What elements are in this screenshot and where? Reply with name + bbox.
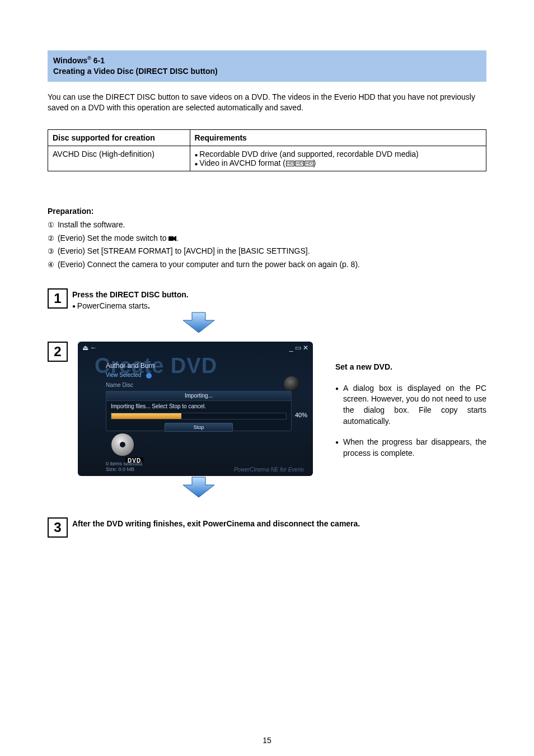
- step-3-content: After the DVD writing finishes, exit Pow…: [72, 519, 360, 528]
- circled-3: ③: [48, 245, 54, 258]
- req-line1: Recordable DVD drive (and supported, rec…: [195, 150, 419, 158]
- step-3-text: After the DVD writing finishes, exit Pow…: [72, 517, 360, 530]
- page-number: 15: [0, 736, 534, 745]
- prep-item-3: ③ (Everio) Set [STREAM FORMAT] to [AVCHD…: [48, 245, 486, 258]
- ss-progress-fill: [111, 413, 181, 419]
- hd-icon: HD: [286, 161, 295, 166]
- ss-knob-icon: [284, 376, 299, 392]
- step-1-row: 1 Press the DIRECT DISC button. PowerCin…: [48, 288, 486, 311]
- window-left-icons: ⏏ ←: [82, 344, 97, 352]
- hd-icon: HD: [305, 161, 313, 166]
- step-1-title: Press the DIRECT DISC button.: [72, 290, 189, 299]
- circled-1: ①: [48, 219, 54, 231]
- arrow-1: [81, 311, 316, 336]
- ss-view-selected: View Selected: [106, 372, 152, 378]
- ss-stop-button[interactable]: Stop: [165, 423, 233, 432]
- table-header-row: Disc supported for creation Requirements: [48, 130, 486, 146]
- step-2-number: 2: [48, 342, 68, 362]
- prep-item-1: ① Install the software.: [48, 218, 486, 232]
- ss-view-selected-label: View Selected: [106, 372, 141, 378]
- step-3-row: 3 After the DVD writing finishes, exit P…: [48, 517, 486, 538]
- step-1-number: 1: [48, 288, 68, 309]
- ss-import-dialog: Importing... Importing files... Select S…: [106, 391, 292, 431]
- preparation-title: Preparation:: [48, 205, 486, 218]
- step-3-number: 3: [48, 517, 68, 538]
- prep-text-2: (Everio) Set the mode switch to: [58, 234, 168, 242]
- hd-icon: HD: [295, 161, 304, 166]
- ss-name-disc: Name Disc: [106, 382, 133, 388]
- svg-rect-0: [168, 236, 174, 241]
- intro-paragraph: You can use the DIRECT DISC button to sa…: [48, 92, 486, 114]
- arrow-2: [81, 476, 316, 501]
- prep-text-1: Install the software.: [58, 220, 125, 229]
- prep-item-4: ④ (Everio) Connect the camera to your co…: [48, 258, 486, 272]
- ss-dialog-title: Importing...: [106, 391, 291, 401]
- svg-marker-3: [183, 477, 214, 497]
- window-right-icons: _ ▭ ✕: [289, 344, 308, 352]
- document-page: Windows® 6-1 Creating a Video Disc (DIRE…: [0, 0, 534, 756]
- svg-marker-1: [174, 236, 176, 241]
- step-1-note: PowerCinema starts: [72, 301, 148, 310]
- powercinema-screenshot: ⏏ ← _ ▭ ✕ Create DVD Author and Burn Vie…: [78, 342, 313, 476]
- prep-text-4: (Everio) Connect the camera to your comp…: [58, 260, 360, 269]
- section-header: Windows® 6-1 Creating a Video Disc (DIRE…: [48, 50, 486, 82]
- header-line1-pre: Windows: [53, 56, 87, 65]
- ss-brand: PowerCinema NE for Everio: [234, 466, 304, 473]
- down-arrow-icon: [182, 311, 216, 334]
- ss-progress-percent: 40%: [295, 412, 307, 418]
- preparation-block: Preparation: ① Install the software. ② (…: [48, 205, 486, 272]
- svg-marker-2: [183, 312, 214, 333]
- header-line2: Creating a Video Disc (DIRECT DISC butto…: [53, 67, 218, 76]
- table-row: AVCHD Disc (High-definition) Recordable …: [48, 146, 486, 171]
- step-2-bullet-2: When the progress bar disappears, the pr…: [335, 437, 486, 459]
- ss-subtitle: Author and Burn: [106, 362, 154, 370]
- table-cell-req: Recordable DVD drive (and supported, rec…: [190, 146, 486, 171]
- ss-progress-bar: 40%: [111, 413, 287, 419]
- prep-text-3: (Everio) Set [STREAM FORMAT] to [AVCHD] …: [58, 246, 310, 255]
- step-2-row: 2 ⏏ ← _ ▭ ✕ Create DVD Author and Burn V…: [48, 342, 486, 476]
- req-line2-post: ): [313, 158, 316, 167]
- video-mode-icon: [168, 236, 176, 241]
- step-1-text: Press the DIRECT DISC button. PowerCinem…: [72, 288, 189, 311]
- table-head-col2: Requirements: [190, 130, 486, 146]
- circled-4: ④: [48, 259, 54, 271]
- ss-footer-line1: 0 items selected: [106, 461, 142, 466]
- play-dot-icon: [146, 373, 152, 379]
- ss-dvd-hole: [120, 442, 125, 447]
- circled-2: ②: [48, 232, 54, 245]
- step-2-heading: Set a new DVD.: [335, 362, 486, 373]
- table-head-col1: Disc supported for creation: [48, 130, 190, 146]
- header-line1-post: 6-1: [91, 56, 105, 65]
- ss-footer: 0 items selected Size: 0.0 MB: [106, 461, 142, 473]
- down-arrow-icon: [182, 476, 216, 498]
- step-2-bullet-1: A dialog box is displayed on the PC scre…: [335, 383, 486, 427]
- ss-titlebar: ⏏ ← _ ▭ ✕: [82, 344, 308, 352]
- step-2-description: Set a new DVD. A dialog box is displayed…: [335, 342, 486, 469]
- prep-item-2: ② (Everio) Set the mode switch to .: [48, 232, 486, 245]
- ss-dialog-body: Importing files... Select Stop to cancel…: [106, 401, 291, 434]
- ss-dvd-icon: [111, 433, 134, 456]
- requirements-table: Disc supported for creation Requirements…: [48, 129, 486, 171]
- req-line2-pre: Video in AVCHD format (: [195, 158, 285, 167]
- ss-footer-line2: Size: 0.0 MB: [106, 466, 134, 472]
- table-cell-disc: AVCHD Disc (High-definition): [48, 146, 190, 171]
- ss-dialog-text: Importing files... Select Stop to cancel…: [111, 403, 206, 409]
- header-registered: ®: [87, 55, 91, 61]
